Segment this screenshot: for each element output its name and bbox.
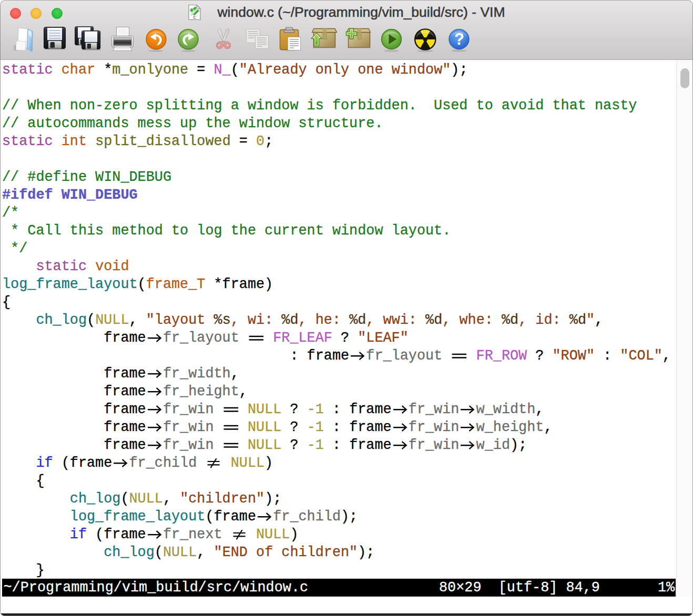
svg-text:c: c bbox=[193, 14, 196, 20]
svg-text:?: ? bbox=[454, 30, 464, 48]
